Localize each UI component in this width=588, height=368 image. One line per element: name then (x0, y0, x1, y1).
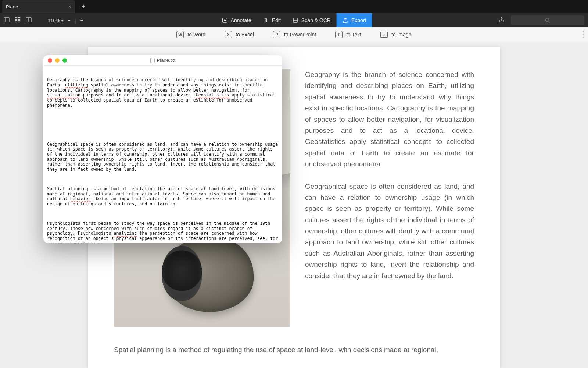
export-button[interactable]: Export (337, 13, 372, 27)
svg-rect-0 (4, 18, 9, 22)
image-icon (380, 32, 388, 38)
text-icon: T (335, 31, 343, 38)
document-tab[interactable]: Plane × (2, 0, 75, 13)
export-label: Export (351, 17, 366, 23)
window-zoom-icon[interactable] (62, 58, 67, 63)
svg-rect-2 (15, 17, 17, 19)
export-excel-label: to Excel (236, 32, 254, 38)
sidebar-toggle-icon[interactable] (4, 17, 10, 24)
scan-ocr-button[interactable]: Scan & OCR (287, 13, 337, 27)
powerpoint-icon: P (273, 31, 280, 38)
new-tab-button[interactable]: + (82, 3, 86, 11)
search-icon (545, 17, 551, 23)
window-minimize-icon[interactable] (55, 58, 60, 63)
txt-para-spacer1 (47, 123, 279, 128)
zoom-in-button[interactable]: + (80, 18, 83, 23)
page-text-column: Geography is the branch of science conce… (305, 69, 474, 327)
text-window-titlebar[interactable]: Plane.txt (43, 55, 282, 66)
text-window-body[interactable]: Geography is the branch of science conce… (43, 66, 282, 243)
svg-point-11 (546, 18, 549, 22)
window-close-icon[interactable] (48, 58, 52, 63)
text-output-window[interactable]: Plane.txt Geography is the branch of sci… (43, 55, 282, 243)
page-paragraph-2: Geographical space is often considered a… (305, 181, 474, 282)
share-icon[interactable] (498, 17, 505, 24)
zoom-out-button[interactable]: − (68, 18, 71, 23)
svg-rect-4 (15, 20, 17, 22)
export-to-excel-button[interactable]: X to Excel (222, 29, 256, 40)
reading-view-icon[interactable] (26, 17, 32, 24)
svg-rect-3 (18, 17, 20, 19)
export-text-label: to Text (346, 32, 361, 38)
zoom-value[interactable]: 110% ▾ (48, 18, 63, 23)
text-window-title: Plane.txt (43, 57, 282, 63)
txt-para-3: Spatial planning is a method of regulati… (47, 187, 279, 207)
scan-label: Scan & OCR (301, 17, 331, 23)
thumbnails-icon[interactable] (15, 17, 21, 24)
export-to-powerpoint-button[interactable]: P to PowerPoint (271, 29, 318, 40)
txt-para-2: Geographical space is often considered a… (47, 142, 279, 172)
edit-button[interactable]: Edit (257, 13, 287, 27)
main-toolbar: 110% ▾ − | + Annotate Edit Scan & OCR Ex… (0, 13, 588, 27)
export-subtoolbar: W to Word X to Excel P to PowerPoint T t… (0, 27, 588, 42)
export-word-label: to Word (187, 32, 205, 38)
export-to-image-button[interactable]: to Image (378, 29, 413, 40)
export-to-text-button[interactable]: T to Text (333, 29, 363, 40)
edit-label: Edit (272, 17, 281, 23)
excel-icon: X (225, 31, 232, 38)
search-box[interactable] (511, 15, 584, 25)
zoom-controls: 110% ▾ − | + (48, 18, 83, 23)
word-icon: W (176, 31, 184, 38)
annotate-button[interactable]: Annotate (216, 13, 257, 27)
close-tab-icon[interactable]: × (68, 4, 71, 10)
annotate-label: Annotate (231, 17, 251, 23)
page-paragraph-1: Geography is the branch of science conce… (305, 69, 474, 170)
svg-line-12 (549, 21, 550, 22)
svg-rect-5 (18, 20, 20, 22)
tab-title: Plane (6, 4, 18, 10)
titlebar: Plane × + (0, 0, 588, 13)
export-to-word-button[interactable]: W to Word (174, 29, 208, 40)
txt-para-4: Psychologists first began to study the w… (47, 221, 279, 243)
txt-para-1: Geography is the branch of science conce… (47, 78, 279, 108)
page-paragraph-3: Spatial planning is a method of regulati… (114, 344, 474, 355)
document-icon (150, 58, 155, 63)
export-powerpoint-label: to PowerPoint (284, 32, 316, 38)
subtoolbar-handle-icon[interactable] (583, 31, 584, 38)
export-image-label: to Image (391, 32, 411, 38)
